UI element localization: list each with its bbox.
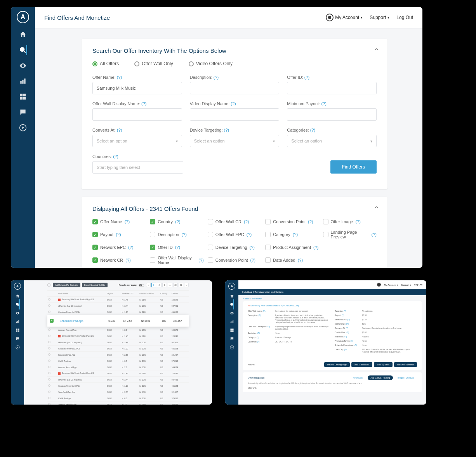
converts-at-select[interactable]: Select an option: [92, 135, 182, 147]
help-icon[interactable]: (?): [117, 75, 122, 80]
pager-button[interactable]: 1: [151, 283, 156, 287]
filter-checkbox[interactable]: Date Added (?): [265, 255, 319, 265]
description-input[interactable]: [190, 82, 280, 94]
home-icon[interactable]: [19, 30, 27, 39]
filter-checkbox[interactable]: Conversion Point (?): [265, 219, 319, 224]
logout-link[interactable]: Log Out: [396, 15, 413, 20]
filter-checkbox[interactable]: Device Targeting (?): [208, 245, 261, 250]
rpp-value[interactable]: 25 ▾: [139, 283, 144, 287]
home-icon[interactable]: [229, 294, 234, 298]
logout-link[interactable]: Log Out: [414, 283, 422, 286]
help-icon[interactable]: (?): [113, 154, 118, 159]
filter-checkbox[interactable]: Conversion Point (?): [208, 255, 261, 265]
help-icon[interactable]: (?): [141, 101, 146, 106]
filter-checkbox[interactable]: Offer Name (?): [92, 219, 146, 224]
table-header[interactable]: Offer name: [57, 291, 106, 297]
play-icon[interactable]: [15, 345, 20, 349]
filter-checkbox[interactable]: Offer ID (?): [150, 245, 203, 250]
integration-tab[interactable]: Images / Creatives: [394, 375, 417, 380]
filter-checkbox[interactable]: Offer Wall EPC (?): [208, 230, 261, 239]
table-row[interactable]: Amazon Android App5.032N: 2.0N: 15%US104…: [47, 364, 189, 370]
table-row[interactable]: SnapDeal iPad App5.032N: 2.55N: 16%US321…: [47, 389, 189, 395]
wall-display-input[interactable]: [92, 108, 182, 121]
search-icon[interactable]: [229, 302, 234, 307]
action-button[interactable]: View My Stats: [374, 362, 393, 367]
add-to-block-list-button[interactable]: Add Selected To Block List: [53, 283, 80, 287]
table-row[interactable]: Creation Rewards (CPE)5.032N: 1.20N: 22%…: [47, 309, 189, 315]
table-row[interactable]: Amazon Android App5.032N: 2.0N: 15%US104…: [47, 401, 189, 405]
table-row[interactable]: Creation Rewards (CPE)5.032N: 1.20N: 22%…: [47, 383, 189, 389]
table-row[interactable]: uPromise (No CC required)5.032N: 3.44N: …: [47, 339, 189, 346]
my-account-link[interactable]: My Account ▾: [384, 283, 398, 286]
pager-button[interactable]: ›: [184, 283, 189, 287]
play-icon[interactable]: [19, 123, 27, 132]
video-display-input[interactable]: [190, 108, 280, 121]
filter-checkbox[interactable]: Offer Image (?): [323, 219, 377, 224]
table-row[interactable]: uPromise (No CC required)5.032N: 3.44N: …: [47, 377, 189, 383]
chart-icon[interactable]: [229, 319, 234, 324]
search-icon[interactable]: [15, 302, 20, 307]
help-icon[interactable]: (?): [117, 128, 122, 132]
table-row[interactable]: Amazon Android App5.032N: 2.0N: 15%US104…: [47, 327, 189, 333]
filter-checkbox[interactable]: Payout (?): [92, 230, 146, 239]
chart-icon[interactable]: [15, 319, 20, 324]
support-link[interactable]: Support ▾: [401, 283, 411, 286]
table-row-highlighted[interactable]: SnapDeal iPad App5.032N: 2.55N: 16%US321…: [47, 315, 189, 327]
chart-icon[interactable]: [19, 77, 27, 85]
logo[interactable]: A: [228, 283, 235, 290]
offer-id-input[interactable]: [287, 82, 377, 94]
find-offers-button[interactable]: Find Offers: [330, 160, 377, 174]
table-row[interactable]: Creation Rewards (CPE)5.032N: 1.20N: 22%…: [47, 346, 189, 352]
help-icon[interactable]: (?): [310, 128, 315, 132]
my-account-link[interactable]: My Account▾: [326, 14, 363, 21]
action-button[interactable]: Add Offer Postback: [394, 362, 417, 367]
radio-video-offers[interactable]: Video Offers Only: [189, 61, 233, 66]
filter-checkbox[interactable]: Network CR (?): [92, 255, 146, 265]
chat-icon[interactable]: [229, 336, 234, 341]
collapse-icon[interactable]: ⌃: [374, 47, 379, 54]
radio-all-offers[interactable]: All Offers: [92, 61, 119, 66]
help-icon[interactable]: (?): [231, 101, 236, 106]
filter-checkbox[interactable]: Description (?): [150, 230, 203, 239]
back-link[interactable]: < Back to offer search: [243, 297, 422, 300]
grid-icon[interactable]: [229, 328, 234, 332]
chat-icon[interactable]: [19, 108, 27, 116]
table-row[interactable]: Samsung Milk Music Android App US5.032N:…: [47, 370, 189, 377]
filter-checkbox[interactable]: Product Assignment (?): [265, 245, 319, 250]
table-row[interactable]: SnapDeal iPad App5.032N: 2.55N: 16%US321…: [47, 352, 189, 358]
collapse-icon[interactable]: ⌃: [374, 205, 379, 212]
filter-checkbox[interactable]: Network EPC (?): [92, 245, 146, 250]
filter-checkbox[interactable]: Offer Wall Display Name (?): [150, 255, 203, 265]
table-row[interactable]: Call A Pro App5.032N: 0.5N: 26%US579012: [47, 358, 189, 364]
select-all-checkbox[interactable]: [47, 283, 50, 287]
search-icon[interactable]: [19, 46, 27, 54]
radio-offer-wall[interactable]: Offer Wall Only: [134, 61, 173, 66]
pager-button[interactable]: ...: [168, 283, 172, 287]
integration-tab[interactable]: Offer Code: [350, 375, 366, 380]
play-icon[interactable]: [229, 345, 234, 349]
support-link[interactable]: Support▾: [370, 15, 389, 20]
help-icon[interactable]: (?): [224, 128, 229, 132]
logo[interactable]: A: [17, 11, 29, 23]
chat-icon[interactable]: [15, 336, 20, 341]
integration-tab[interactable]: Add SubIDs / Tracking: [368, 375, 393, 380]
help-icon[interactable]: (?): [304, 75, 309, 80]
categories-select[interactable]: Select an option: [287, 135, 377, 147]
action-button[interactable]: Add To Block List: [351, 362, 372, 367]
table-row[interactable]: Call A Pro App5.032N: 0.5N: 26%US579012: [47, 395, 189, 401]
table-header[interactable]: Offer id: [171, 291, 189, 297]
eye-icon[interactable]: [15, 311, 20, 315]
device-targeting-select[interactable]: Select an option: [190, 135, 280, 147]
table-header[interactable]: Payout: [106, 291, 121, 297]
table-row[interactable]: uPromise (No CC required)5.032N: 3.44N: …: [47, 303, 189, 309]
export-csv-button[interactable]: Export Selected To CSV: [82, 283, 108, 287]
table-header[interactable]: Network Conv %: [139, 291, 160, 297]
table-row[interactable]: Samsung Milk Music Android App US5.032N:…: [47, 297, 189, 303]
min-payout-input[interactable]: [287, 108, 377, 121]
pager-button[interactable]: ‹: [146, 283, 151, 287]
home-icon[interactable]: [15, 294, 20, 298]
table-header[interactable]: Country: [160, 291, 170, 297]
filter-checkbox[interactable]: Category (?): [265, 230, 319, 239]
grid-icon[interactable]: [15, 328, 20, 332]
logo[interactable]: A: [14, 283, 21, 290]
